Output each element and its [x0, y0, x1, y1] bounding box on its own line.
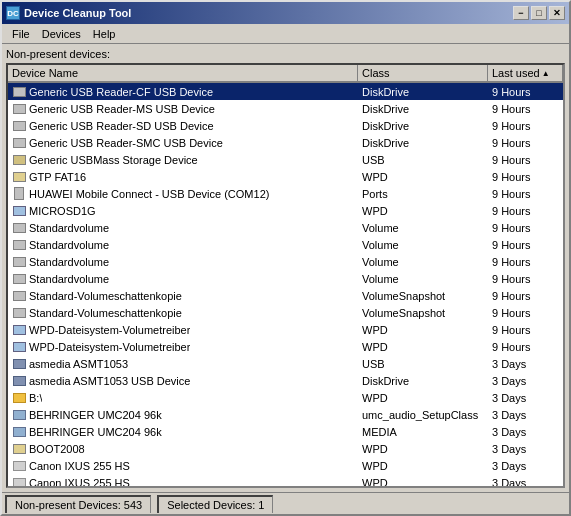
menu-devices[interactable]: Devices — [36, 26, 87, 42]
cell-class: WPD — [358, 442, 488, 456]
table-row[interactable]: GTP FAT16 WPD 9 Hours — [8, 168, 563, 185]
cell-class: MEDIA — [358, 425, 488, 439]
th-device-name[interactable]: Device Name — [8, 65, 358, 82]
content-area: Non-present devices: Device Name Class L… — [2, 44, 569, 492]
cell-class: USB — [358, 153, 488, 167]
device-table-body[interactable]: Generic USB Reader-CF USB Device DiskDri… — [8, 83, 563, 486]
table-row[interactable]: WPD-Dateisystem-Volumetreiber WPD 9 Hour… — [8, 338, 563, 355]
cell-device-name: WPD-Dateisystem-Volumetreiber — [8, 323, 358, 337]
cell-device-name: WPD-Dateisystem-Volumetreiber — [8, 340, 358, 354]
nonpresent-label: Non-present Devices: — [15, 499, 121, 511]
table-row[interactable]: asmedia ASMT1053 USB 3 Days — [8, 355, 563, 372]
close-button[interactable]: ✕ — [549, 6, 565, 20]
table-row[interactable]: BEHRINGER UMC204 96k umc_audio_SetupClas… — [8, 406, 563, 423]
table-header: Device Name Class Last used ▲ — [8, 65, 563, 83]
table-row[interactable]: Standardvolume Volume 9 Hours — [8, 253, 563, 270]
table-row[interactable]: Canon IXUS 255 HS WPD 3 Days — [8, 474, 563, 486]
table-row[interactable]: WPD-Dateisystem-Volumetreiber WPD 9 Hour… — [8, 321, 563, 338]
phone-icon — [12, 188, 26, 200]
table-row[interactable]: Standard-Volumeschattenkopie VolumeSnaps… — [8, 304, 563, 321]
cell-device-name: GTP FAT16 — [8, 170, 358, 184]
cell-lastused: 9 Hours — [488, 136, 563, 150]
device-icon — [12, 205, 26, 217]
cell-device-name: asmedia ASMT1053 USB Device — [8, 374, 358, 388]
cell-class: USB — [358, 357, 488, 371]
app-icon: DC — [6, 6, 20, 20]
table-row[interactable]: Generic USBMass Storage Device USB 9 Hou… — [8, 151, 563, 168]
title-bar: DC Device Cleanup Tool − □ ✕ — [2, 2, 569, 24]
maximize-button[interactable]: □ — [531, 6, 547, 20]
table-row[interactable]: Generic USB Reader-CF USB Device DiskDri… — [8, 83, 563, 100]
table-row[interactable]: B:\ WPD 3 Days — [8, 389, 563, 406]
cell-class: Volume — [358, 238, 488, 252]
table-row[interactable]: Generic USB Reader-SD USB Device DiskDri… — [8, 117, 563, 134]
cell-device-name: Standardvolume — [8, 221, 358, 235]
cell-device-name: Generic USB Reader-MS USB Device — [8, 102, 358, 116]
cell-lastused: 9 Hours — [488, 238, 563, 252]
cell-lastused: 3 Days — [488, 425, 563, 439]
table-row[interactable]: Standard-Volumeschattenkopie VolumeSnaps… — [8, 287, 563, 304]
cell-device-name: Generic USB Reader-CF USB Device — [8, 85, 358, 99]
minimize-button[interactable]: − — [513, 6, 529, 20]
th-class[interactable]: Class — [358, 65, 488, 82]
cell-lastused: 3 Days — [488, 459, 563, 473]
cell-class: WPD — [358, 391, 488, 405]
main-window: DC Device Cleanup Tool − □ ✕ File Device… — [0, 0, 571, 516]
table-row[interactable]: Generic USB Reader-SMC USB Device DiskDr… — [8, 134, 563, 151]
table-row[interactable]: Canon IXUS 255 HS WPD 3 Days — [8, 457, 563, 474]
disk-icon — [12, 86, 26, 98]
cell-device-name: Generic USB Reader-SMC USB Device — [8, 136, 358, 150]
device-icon — [12, 341, 26, 353]
cell-device-name: Canon IXUS 255 HS — [8, 459, 358, 473]
cell-lastused: 3 Days — [488, 408, 563, 422]
table-row[interactable]: Standardvolume Volume 9 Hours — [8, 219, 563, 236]
selected-count: 1 — [258, 499, 264, 511]
disk-icon — [12, 273, 26, 285]
cell-lastused: 9 Hours — [488, 323, 563, 337]
cell-lastused: 9 Hours — [488, 153, 563, 167]
camera-icon — [12, 477, 26, 487]
disk-icon — [12, 103, 26, 115]
table-row[interactable]: asmedia ASMT1053 USB Device DiskDrive 3 … — [8, 372, 563, 389]
cell-lastused: 3 Days — [488, 442, 563, 456]
nonpresent-count: 543 — [124, 499, 142, 511]
menu-file[interactable]: File — [6, 26, 36, 42]
cell-lastused: 3 Days — [488, 476, 563, 487]
cell-lastused: 9 Hours — [488, 85, 563, 99]
table-row[interactable]: Standardvolume Volume 9 Hours — [8, 236, 563, 253]
cell-class: Volume — [358, 221, 488, 235]
disk-icon — [12, 137, 26, 149]
menu-help[interactable]: Help — [87, 26, 122, 42]
cell-class: umc_audio_SetupClass — [358, 408, 488, 422]
drive-icon — [12, 443, 26, 455]
table-row[interactable]: BEHRINGER UMC204 96k MEDIA 3 Days — [8, 423, 563, 440]
camera-icon — [12, 460, 26, 472]
cell-lastused: 9 Hours — [488, 306, 563, 320]
disk-icon — [12, 120, 26, 132]
table-row[interactable]: HUAWEI Mobile Connect - USB Device (COM1… — [8, 185, 563, 202]
cell-lastused: 3 Days — [488, 391, 563, 405]
disk-icon — [12, 256, 26, 268]
cell-lastused: 9 Hours — [488, 102, 563, 116]
cell-device-name: BEHRINGER UMC204 96k — [8, 425, 358, 439]
device-list-container: Device Name Class Last used ▲ Generic US… — [6, 63, 565, 488]
window-controls: − □ ✕ — [513, 6, 565, 20]
table-row[interactable]: BOOT2008 WPD 3 Days — [8, 440, 563, 457]
section-label: Non-present devices: — [6, 48, 565, 60]
cell-class: Volume — [358, 272, 488, 286]
cell-device-name: BOOT2008 — [8, 442, 358, 456]
sort-icon: ▲ — [542, 69, 550, 78]
cell-class: WPD — [358, 170, 488, 184]
cell-class: WPD — [358, 340, 488, 354]
cell-device-name: Generic USB Reader-SD USB Device — [8, 119, 358, 133]
cell-device-name: Standard-Volumeschattenkopie — [8, 289, 358, 303]
table-row[interactable]: MICROSD1G WPD 9 Hours — [8, 202, 563, 219]
cell-device-name: Standardvolume — [8, 272, 358, 286]
table-row[interactable]: Generic USB Reader-MS USB Device DiskDri… — [8, 100, 563, 117]
cell-class: WPD — [358, 459, 488, 473]
table-row[interactable]: Standardvolume Volume 9 Hours — [8, 270, 563, 287]
hdd-icon — [12, 375, 26, 387]
cell-class: DiskDrive — [358, 102, 488, 116]
disk-icon — [12, 290, 26, 302]
th-lastused[interactable]: Last used ▲ — [488, 65, 563, 82]
